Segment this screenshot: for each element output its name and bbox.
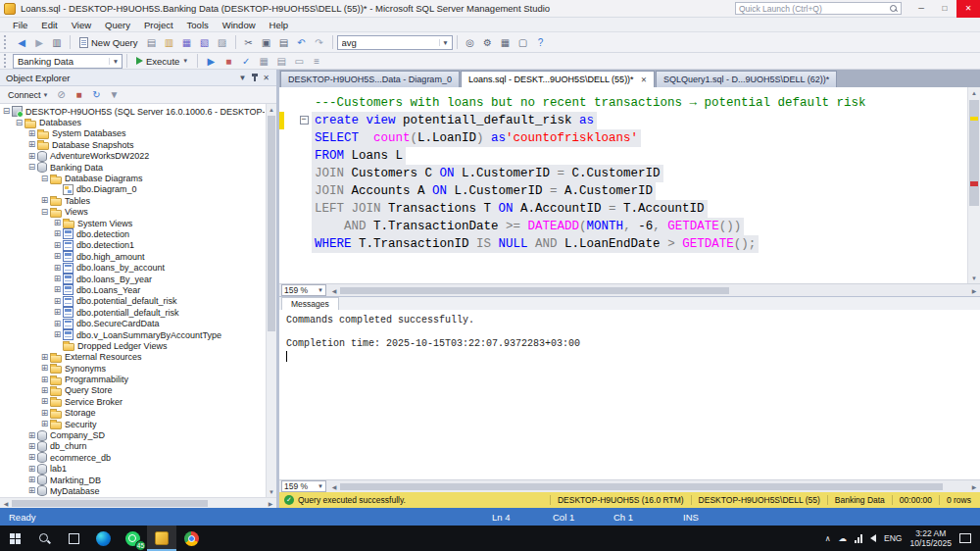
collapse-icon[interactable]: −: [300, 116, 309, 125]
results-text-icon[interactable]: ▤: [272, 53, 290, 69]
tree-item[interactable]: ⊞Synonyms: [0, 363, 265, 374]
indent-icon[interactable]: ≡: [308, 53, 325, 69]
menu-query[interactable]: Query: [98, 20, 137, 30]
scroll-left-icon[interactable]: ◀: [0, 500, 12, 507]
chevron-down-icon[interactable]: ▼: [182, 58, 188, 64]
menu-file[interactable]: File: [6, 20, 34, 30]
taskbar-clock[interactable]: 3:22 AM 10/15/2025: [909, 528, 952, 548]
expand-icon[interactable]: ⊞: [40, 420, 49, 428]
tree-item[interactable]: ⊟Databases: [0, 117, 265, 127]
tree-item[interactable]: ⊞AdventureWorksDW2022: [0, 151, 265, 162]
object-explorer-vscrollbar[interactable]: ▲ ▼: [266, 104, 276, 497]
close-button[interactable]: ✕: [956, 0, 980, 18]
editor-hscrollbar[interactable]: [340, 285, 968, 296]
editor-vscrollbar[interactable]: ▲ ▼: [967, 87, 980, 283]
expand-icon[interactable]: ⊞: [27, 129, 36, 138]
code-line[interactable]: ---Customers with loans but no recent tr…: [279, 94, 967, 112]
expand-icon[interactable]: ⊞: [40, 353, 49, 362]
tree-item[interactable]: ⊞db_churn: [0, 441, 265, 452]
disconnect-icon[interactable]: ⊘: [52, 87, 70, 103]
tree-item[interactable]: ⊞Storage: [0, 408, 265, 419]
object-explorer-hscrollbar[interactable]: ◀ ▶: [0, 497, 276, 508]
code-line[interactable]: AND T.TransactionDate >= DATEADD(MONTH, …: [279, 218, 967, 235]
tree-item[interactable]: ⊞Company_SD: [0, 429, 265, 440]
forward-icon[interactable]: ▶: [30, 34, 48, 50]
save-icon[interactable]: ▦: [178, 34, 196, 50]
menu-tools[interactable]: Tools: [180, 20, 216, 30]
expand-icon[interactable]: ⊞: [40, 376, 49, 384]
scrollbar-thumb[interactable]: [340, 483, 943, 490]
showplan-icon[interactable]: ▦: [255, 53, 272, 69]
code-line[interactable]: LEFT JOIN Transactions T ON A.AccountID …: [279, 200, 967, 218]
tree-item[interactable]: ⊞MyDatabase: [0, 485, 265, 496]
scroll-left-icon[interactable]: ◀: [328, 483, 340, 490]
query-options-icon[interactable]: ⚙: [479, 34, 497, 50]
maximize-button[interactable]: □: [933, 0, 956, 18]
messages-hscrollbar[interactable]: [340, 481, 968, 492]
tab-messages[interactable]: Messages: [281, 297, 339, 310]
scroll-down-icon[interactable]: ▼: [968, 273, 980, 283]
redo-icon[interactable]: ↷: [311, 34, 328, 50]
tree-item[interactable]: ⊞dbo.high_amount: [0, 251, 265, 262]
collapse-icon[interactable]: ⊟: [27, 163, 36, 172]
taskbar-ssms-button[interactable]: [147, 526, 176, 551]
connect-button[interactable]: Connect ▼: [4, 90, 52, 100]
results-grid-icon[interactable]: ▦: [497, 34, 514, 50]
scroll-right-icon[interactable]: ▶: [968, 287, 980, 294]
scroll-down-icon[interactable]: ▼: [267, 486, 276, 497]
expand-icon[interactable]: ⊞: [53, 320, 62, 328]
tree-item[interactable]: ⊞dbo.Loans_Year: [0, 284, 265, 295]
tree-item[interactable]: ⊟DESKTOP-H9UOH5S (SQL Server 16.0.1000.6…: [0, 106, 265, 117]
taskbar-search-button[interactable]: [29, 526, 59, 551]
expand-icon[interactable]: ⊞: [27, 431, 36, 440]
network-icon[interactable]: [855, 534, 862, 543]
language-indicator[interactable]: ENG: [884, 533, 902, 543]
cancel-query-icon[interactable]: ■: [220, 53, 237, 69]
document-tab[interactable]: DESKTOP-H9UOH5S...Data - Diagram_0: [280, 71, 460, 87]
toolbar-grip[interactable]: [4, 35, 9, 49]
tree-item[interactable]: ⊞dbo.detection1: [0, 240, 265, 251]
volume-icon[interactable]: [870, 534, 876, 542]
menu-help[interactable]: Help: [263, 20, 296, 30]
expand-icon[interactable]: ⊞: [27, 465, 36, 474]
scrollbar-thumb[interactable]: [12, 500, 208, 507]
tree-item[interactable]: ⊞Query Store: [0, 385, 265, 396]
cloud-icon[interactable]: ☁: [839, 533, 848, 543]
scroll-right-icon[interactable]: ▶: [265, 500, 276, 507]
quick-launch-input[interactable]: Quick Launch (Ctrl+Q): [735, 2, 902, 15]
expand-icon[interactable]: ⊞: [53, 285, 62, 294]
tree-item[interactable]: ⊟Views: [0, 207, 265, 218]
tree-item[interactable]: ⊞lab1: [0, 464, 265, 475]
cut-icon[interactable]: ✂: [240, 34, 258, 50]
close-tab-icon[interactable]: ✕: [641, 75, 647, 84]
code-line[interactable]: JOIN Accounts A ON L.CustomerID = A.Cust…: [279, 182, 967, 200]
messages-panel[interactable]: Commands completed successfully. Complet…: [279, 310, 980, 479]
open-file-icon[interactable]: ▥: [161, 34, 178, 50]
tree-item[interactable]: ⊞Tables: [0, 195, 265, 206]
tray-expand-icon[interactable]: ∧: [825, 534, 831, 543]
collapse-icon[interactable]: ⊟: [40, 175, 49, 183]
document-tab[interactable]: Loans.sql - DESKT...9UOH5S\DELL (55))*✕: [461, 71, 655, 87]
document-tab[interactable]: SQLQuery1.sql - D...9UOH5S\DELL (62))*: [656, 71, 837, 87]
code-line[interactable]: −create view potentiall_default_risk as: [279, 112, 967, 129]
activity-monitor-icon[interactable]: ▥: [48, 34, 66, 50]
expand-icon[interactable]: ⊞: [27, 486, 36, 495]
toolbar-grip[interactable]: [4, 54, 9, 68]
comment-icon[interactable]: ▭: [290, 53, 308, 69]
database-combo[interactable]: Banking Data ▼: [13, 54, 122, 69]
expand-icon[interactable]: ⊞: [53, 229, 62, 238]
tree-item[interactable]: Dropped Ledger Views: [0, 340, 265, 351]
tree-item[interactable]: ⊞dbo.loans_By_year: [0, 274, 265, 284]
taskbar-edge-button[interactable]: [88, 526, 118, 551]
tree-item[interactable]: dbo.Diagram_0: [0, 184, 265, 195]
menu-window[interactable]: Window: [216, 20, 263, 30]
scroll-up-icon[interactable]: ▲: [968, 87, 980, 98]
new-file-icon[interactable]: ▤: [143, 34, 161, 50]
collapse-icon[interactable]: ⊟: [40, 208, 49, 217]
action-center-icon[interactable]: [959, 533, 971, 543]
tree-item[interactable]: ⊞Security: [0, 419, 265, 429]
collapse-icon[interactable]: ⊟: [15, 119, 24, 127]
tree-item[interactable]: ⊞dbo.potentiall_default_risk: [0, 307, 265, 318]
menu-view[interactable]: View: [65, 20, 98, 30]
expand-icon[interactable]: ⊞: [53, 308, 62, 317]
